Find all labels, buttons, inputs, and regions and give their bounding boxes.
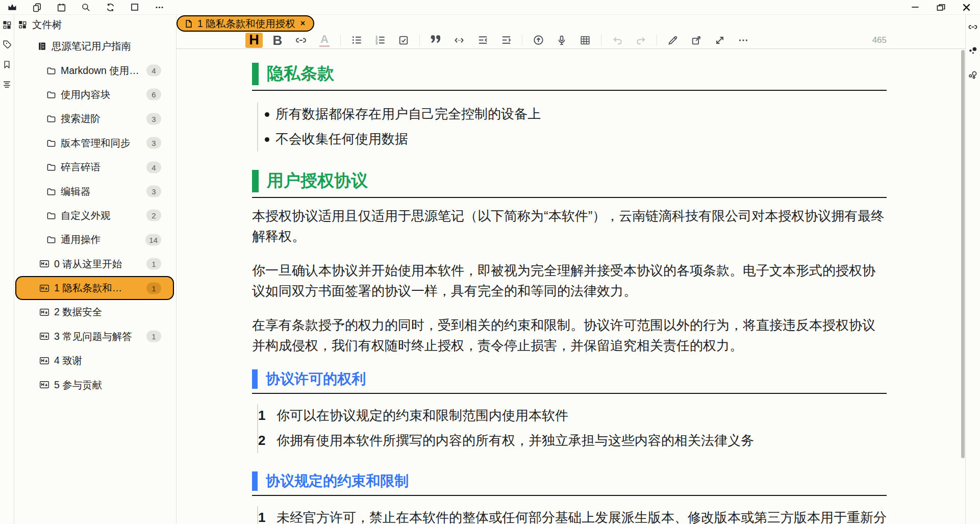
tree-row[interactable]: 编辑器 3 xyxy=(15,179,174,203)
inbox-dots-icon[interactable] xyxy=(968,46,978,56)
heading-text: 用户授权协议 xyxy=(267,169,368,192)
close-button[interactable] xyxy=(961,2,972,13)
tree-row[interactable]: 思源笔记用户指南 xyxy=(15,34,174,58)
search-icon[interactable] xyxy=(80,2,91,13)
tree-row-label: Markdown 使用… xyxy=(61,64,139,78)
item-number: 1 xyxy=(258,406,277,426)
redo-button[interactable] xyxy=(632,33,649,48)
tree-row[interactable]: 通用操作 14 xyxy=(15,228,174,252)
privacy-bullet-list: 所有数据都保存在用户自己完全控制的设备上 不会收集任何使用数据 xyxy=(252,98,887,157)
siyuan-logo-icon[interactable] xyxy=(7,2,18,13)
paragraph[interactable]: 你一旦确认本协议并开始使用本软件，即被视为完全理解并接受本协议的各项条款。电子文… xyxy=(252,260,887,301)
tree-row-count-badge: 3 xyxy=(146,186,161,197)
edit-pencil-button[interactable] xyxy=(664,33,682,48)
file-tree-header[interactable]: 文件树 xyxy=(14,15,176,34)
heading-license[interactable]: 用户授权协议 xyxy=(252,169,887,198)
toolbar-more-button[interactable] xyxy=(735,33,752,48)
undo-button[interactable] xyxy=(609,33,626,48)
tree-row-count-badge: 3 xyxy=(146,113,161,124)
numbered-item[interactable]: 1 未经官方许可，禁止在本软件的整体或任何部分基础上发展派生版本、修改版本或第三… xyxy=(258,505,887,524)
daily-note-calendar-icon[interactable] xyxy=(56,2,67,13)
tree-row[interactable]: 3 常见问题与解答 1 xyxy=(15,325,174,348)
tree-row[interactable]: 5 参与贡献 xyxy=(15,372,174,396)
heading-rights[interactable]: 协议许可的权利 xyxy=(252,369,887,394)
bullet-item[interactable]: 不会收集任何使用数据 xyxy=(258,127,887,152)
outdent-button[interactable] xyxy=(474,33,491,48)
inline-code-button[interactable] xyxy=(450,33,468,48)
document-area[interactable]: 隐私条款 所有数据都保存在用户自己完全控制的设备上 不会收集任何使用数据 xyxy=(177,49,965,524)
minimize-button[interactable] xyxy=(910,2,921,13)
numbered-item[interactable]: 2 你拥有使用本软件所撰写的内容的所有权，并独立承担与这些内容的相关法律义务 xyxy=(258,428,887,453)
tag-icon[interactable] xyxy=(2,39,12,49)
fullwidth-expand-button[interactable] xyxy=(711,33,728,48)
tree-row-icon xyxy=(39,307,49,317)
tree-row[interactable]: 使用内容块 6 xyxy=(15,83,174,107)
tree-row[interactable]: 0 请从这里开始 1 xyxy=(15,252,174,276)
tree-row-count-badge: 6 xyxy=(146,89,161,101)
tree-row[interactable]: 1 隐私条款和… 1 xyxy=(15,276,174,300)
sync-icon[interactable] xyxy=(105,2,116,13)
copy-icon[interactable] xyxy=(31,2,42,13)
tab-close-icon[interactable]: × xyxy=(300,19,306,28)
paragraph[interactable]: 在享有条款授予的权力的同时，受到相关的约束和限制。协议许可范围以外的行为，将直接… xyxy=(252,315,887,356)
bullet-text: 所有数据都保存在用户自己完全控制的设备上 xyxy=(275,104,887,124)
quote-button[interactable] xyxy=(427,33,444,48)
paragraph[interactable]: 本授权协议适用且仅适用于思源笔记（以下简称为“本软件”），云南链滴科技有限公司对… xyxy=(252,206,887,246)
file-tree-icon xyxy=(17,19,28,30)
layout-square-icon[interactable] xyxy=(129,2,140,13)
notebook-icon xyxy=(37,41,47,51)
link-button[interactable] xyxy=(292,33,310,48)
tree-row[interactable]: 2 数据安全 xyxy=(15,300,174,324)
tree-row[interactable]: 碎言碎语 4 xyxy=(15,155,174,179)
editor-scrollbar[interactable] xyxy=(961,50,965,458)
tree-row-icon xyxy=(39,283,49,293)
unordered-list-button[interactable] xyxy=(348,33,365,48)
bullet-dot xyxy=(258,104,275,117)
upload-button[interactable] xyxy=(530,33,547,48)
indent-button[interactable] xyxy=(497,33,515,48)
record-mic-button[interactable] xyxy=(553,33,570,48)
tree-row-label: 通用操作 xyxy=(61,233,100,246)
item-text: 你拥有使用本软件所撰写的内容的所有权，并独立承担与这些内容的相关法律义务 xyxy=(277,431,887,451)
restrictions-list: 1 未经官方许可，禁止在本软件的整体或任何部分基础上发展派生版本、修改版本或第三… xyxy=(252,502,887,524)
tree-row[interactable]: 4 致谢 xyxy=(15,348,174,372)
folder-icon xyxy=(46,162,56,172)
more-icon[interactable] xyxy=(154,2,165,13)
tree-row-icon xyxy=(46,162,56,172)
file-tree-icon[interactable] xyxy=(2,19,12,30)
maximize-button[interactable] xyxy=(935,2,946,13)
link-icon[interactable] xyxy=(968,22,978,32)
bold-button[interactable]: B xyxy=(269,33,286,48)
ordered-list-button[interactable]: 123 xyxy=(371,33,389,48)
tree-row[interactable]: 版本管理和同步 3 xyxy=(15,131,174,155)
markdown-doc-icon xyxy=(39,259,49,269)
editor-pane: 1 隐私条款和使用授权 × H B A 123 xyxy=(177,15,965,524)
graph-circles-icon[interactable] xyxy=(968,70,978,80)
tree-row-label: 4 致谢 xyxy=(54,354,82,367)
bookmark-icon[interactable] xyxy=(2,59,12,69)
markdown-doc-icon xyxy=(39,380,49,390)
outline-icon[interactable] xyxy=(2,79,12,89)
tab-privacy-doc[interactable]: 1 隐私条款和使用授权 × xyxy=(177,15,314,32)
check-list-button[interactable] xyxy=(395,33,412,48)
tree-row[interactable]: Markdown 使用… 4 xyxy=(15,58,174,82)
heading-privacy[interactable]: 隐私条款 xyxy=(252,62,887,91)
markdown-doc-icon xyxy=(39,356,49,366)
heading-button[interactable]: H xyxy=(245,33,263,48)
left-dock xyxy=(0,15,14,524)
numbered-item[interactable]: 1 你可以在协议规定的约束和限制范围内使用本软件 xyxy=(258,403,887,428)
table-button[interactable] xyxy=(576,33,594,48)
heading-restrictions[interactable]: 协议规定的约束和限制 xyxy=(252,471,887,496)
tree-row[interactable]: 自定义外观 2 xyxy=(15,204,174,228)
word-count: 465 xyxy=(872,35,887,45)
bullet-item[interactable]: 所有数据都保存在用户自己完全控制的设备上 xyxy=(258,102,887,127)
open-window-button[interactable] xyxy=(688,33,705,48)
appearance-button[interactable]: A xyxy=(316,33,333,48)
tree-row-icon xyxy=(37,41,47,52)
file-tree-panel: 文件树 思源笔记用户指南 xyxy=(14,15,176,524)
tree-row-icon xyxy=(39,380,49,390)
file-tree-list: 思源笔记用户指南 xyxy=(14,34,176,397)
heading-text: 协议规定的约束和限制 xyxy=(266,471,409,491)
tree-row-label: 自定义外观 xyxy=(61,209,111,222)
tree-row[interactable]: 搜索进阶 3 xyxy=(15,107,174,131)
